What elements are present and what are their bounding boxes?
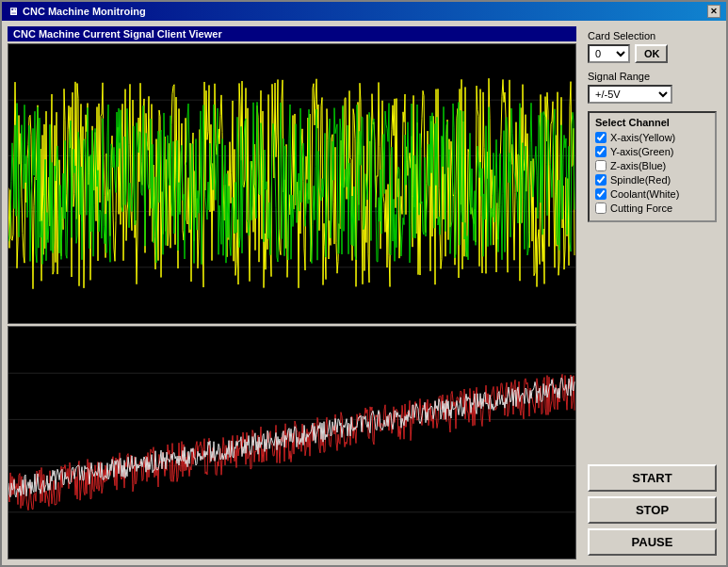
upper-canvas	[8, 44, 575, 323]
stop-button[interactable]: STOP	[588, 496, 717, 524]
lower-chart: 5.00 -5.00	[8, 326, 576, 559]
lower-canvas	[8, 327, 575, 559]
monitor-icon: 🖥	[8, 6, 18, 17]
channel-section: Select Channel X-axis(Yellow) Y-axis(Gre…	[588, 111, 717, 222]
channel-z-axis: Z-axis(Blue)	[595, 160, 709, 171]
title-bar: 🖥 CNC Machine Monitroing ✕	[2, 2, 726, 21]
content-area: CNC Machine Current Signal Client Viewer…	[2, 21, 726, 565]
close-button[interactable]: ✕	[707, 5, 720, 18]
channel-spindle: Spindle(Red)	[595, 174, 709, 186]
channel-section-title: Select Channel	[595, 117, 709, 128]
y-axis-label: Y-axis(Green)	[610, 146, 673, 157]
bottom-buttons: START STOP PAUSE	[588, 464, 717, 556]
x-axis-label: X-axis(Yellow)	[610, 132, 675, 143]
window-title: CNC Machine Monitroing	[23, 6, 146, 17]
spindle-checkbox[interactable]	[595, 174, 607, 186]
card-selection-row: 0 1 2 3 OK	[588, 44, 717, 63]
chart-title: CNC Machine Current Signal Client Viewer	[8, 26, 576, 41]
card-selection-label: Card Selection	[588, 30, 717, 41]
pause-button[interactable]: PAUSE	[588, 528, 717, 556]
upper-chart: 5.00 -5.00	[8, 43, 576, 324]
y-axis-checkbox[interactable]	[595, 146, 607, 157]
right-panel: Card Selection 0 1 2 3 OK Signal Range +…	[584, 26, 720, 559]
channel-cutting: Cutting Force	[595, 202, 709, 214]
cutting-force-label: Cutting Force	[610, 202, 672, 214]
card-select[interactable]: 0 1 2 3	[588, 44, 630, 63]
ok-button[interactable]: OK	[635, 44, 668, 63]
coolant-checkbox[interactable]	[595, 188, 607, 200]
spindle-label: Spindle(Red)	[610, 174, 671, 186]
x-axis-checkbox[interactable]	[595, 132, 607, 143]
channel-coolant: Coolant(White)	[595, 188, 709, 200]
z-axis-label: Z-axis(Blue)	[610, 160, 666, 171]
card-selection-section: Card Selection 0 1 2 3 OK	[588, 30, 717, 63]
channel-x-axis: X-axis(Yellow)	[595, 132, 709, 143]
main-window: 🖥 CNC Machine Monitroing ✕ CNC Machine C…	[0, 0, 728, 567]
signal-range-label: Signal Range	[588, 71, 717, 82]
chart-container: 5.00 -5.00 5.00 -5.00	[8, 43, 576, 559]
signal-range-select[interactable]: +/-5V +/-10V +/-2.5V	[588, 85, 672, 104]
z-axis-checkbox[interactable]	[595, 160, 607, 171]
start-button[interactable]: START	[588, 464, 717, 492]
channel-y-axis: Y-axis(Green)	[595, 146, 709, 157]
signal-range-section: Signal Range +/-5V +/-10V +/-2.5V	[588, 71, 717, 104]
cutting-force-checkbox[interactable]	[595, 202, 607, 214]
chart-panel: CNC Machine Current Signal Client Viewer…	[8, 26, 576, 559]
coolant-label: Coolant(White)	[610, 188, 679, 200]
